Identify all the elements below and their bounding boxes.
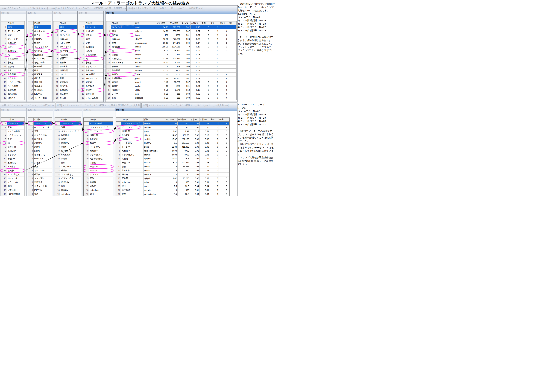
table-row[interactable]: 6米国UAV — [55, 141, 81, 145]
panel-titlebar[interactable]: 集約一覧 — [0, 11, 26, 14]
table-row[interactable]: 7情報公開 — [1, 145, 25, 149]
table-row[interactable]: 8戦 — [1, 53, 25, 57]
table-row[interactable]: 9NYSE304 — [55, 153, 81, 157]
table-row[interactable]: 12暴露 — [1, 69, 25, 72]
table-row[interactable]: 17冒涜curse2.562.50.040.0400 — [116, 184, 230, 188]
window-titlebar[interactable]: 検索 [３０２４マール・ア・ラーゴ＿サウジ石油テロ.sea] — [0, 103, 55, 108]
table-row[interactable]: 7国際犯 — [55, 145, 81, 149]
table-row[interactable]: 15香港革命 — [54, 80, 77, 84]
table-row[interactable]: 11解放 — [55, 161, 81, 165]
table-row[interactable]: 17有志連合 — [54, 88, 77, 92]
table-row[interactable]: 3ベラヤット・パーク — [55, 129, 81, 133]
table-row[interactable]: 2ベラヤット・パーク — [28, 126, 52, 129]
table-row[interactable]: 15イランと香港 — [55, 176, 81, 180]
table-row[interactable]: 9常温核融合 — [1, 57, 25, 61]
table-row[interactable]: 17崩壊 — [1, 184, 25, 188]
table-row[interactable]: 1核イオン化 — [79, 25, 103, 29]
table-row[interactable]: 10644フィート644 feet18.51925.50.020.02001 — [106, 61, 237, 65]
table-row[interactable]: 5核戦争snshkk15.67261.1660.030.0600 — [116, 137, 230, 141]
table-row[interactable]: 13イランUAV — [28, 169, 52, 173]
table-row[interactable]: 18民主基礎mnsybs1010000.010.0100 — [116, 188, 230, 192]
table-row[interactable]: 17イランと香港 — [28, 184, 52, 188]
table-row[interactable]: 16国際犯kksihn1010000.010.01000 — [106, 84, 237, 88]
table-row[interactable]: 8米国UAV — [1, 149, 25, 153]
table-row[interactable]: 2核イオン化 — [28, 29, 51, 33]
window-titlebar[interactable]: 検索[３０２４マール・ア・ラーゴ＿サウジ石油テロ＿サウジ淡水テロ＿自然災害.se… — [141, 103, 237, 108]
table-row[interactable]: 9644フィート — [28, 57, 51, 61]
table-row[interactable]: 8宗教紛争religion trouble37.0337030.010.0100 — [116, 149, 230, 153]
table-row[interactable]: 14財政破綻 — [1, 77, 25, 80]
table-row[interactable]: 11らせんの力 — [79, 65, 103, 69]
table-row[interactable]: 6戦 — [1, 141, 25, 145]
table-row[interactable]: 4イスラム転換 — [28, 133, 52, 137]
table-row[interactable]: 11核条約 — [1, 65, 25, 69]
table-row[interactable]: 5核条約 — [28, 41, 51, 45]
panel-titlebar[interactable]: 集約一覧 — [105, 11, 237, 14]
table-row[interactable]: 15核イオン化 — [1, 176, 25, 180]
table-row[interactable]: 2崩壊collapse14.28203.9990.070.07010 — [106, 29, 237, 33]
table-row[interactable]: 16香港餌 — [84, 180, 113, 184]
table-row[interactable]: 2デーモンコア — [1, 29, 25, 33]
table-row[interactable]: 4政治変化 — [55, 133, 81, 137]
table-row[interactable]: 18レイプrape3.331110.030.03000 — [106, 92, 237, 96]
table-row[interactable]: 3核テロkktero100100000.010.01010 — [106, 33, 237, 37]
table-row[interactable]: 2米国UAV — [79, 29, 103, 33]
table-row[interactable]: 4政治変化shjhnk14.07108.230.020.1300 — [116, 133, 230, 137]
table-row[interactable]: 12解放 — [28, 165, 52, 169]
table-row[interactable]: 16香港革命 — [28, 84, 51, 88]
table-row[interactable]: 13米国CM — [84, 169, 113, 173]
panel-titlebar[interactable]: 集約一覧 — [78, 11, 104, 14]
table-row[interactable]: 1崩壊 — [28, 25, 51, 29]
table-row[interactable]: 17冒涜 — [55, 184, 81, 188]
table-row[interactable]: 3情報公開jyhkki3.827.490.130.5100 — [116, 129, 230, 133]
table-row[interactable]: 16香港革命 — [28, 180, 52, 184]
table-row[interactable]: 3核テロ — [79, 33, 103, 37]
table-row[interactable]: 5米国UAV — [1, 41, 25, 45]
table-row[interactable]: 18retire Lam — [84, 188, 113, 192]
table-row[interactable]: 5解放emancipation20.18144.1420.040.14002 — [106, 41, 237, 45]
panel-titlebar[interactable]: 集約一覧 — [27, 108, 53, 111]
table-row[interactable]: 5敦賀 — [1, 137, 25, 141]
table-row[interactable]: 13demo団派 — [79, 72, 103, 77]
table-row[interactable]: 5らせんの力 — [54, 41, 77, 45]
table-row[interactable]: 15宗教悪sykyak1.4220.2850.070.0700 — [116, 176, 230, 180]
table-row[interactable]: 5解放 — [79, 41, 103, 45]
table-row[interactable]: 9メンツ落としotsmnt37.0337030.010.0100 — [116, 153, 230, 157]
table-row[interactable]: 2核テロ — [54, 29, 77, 33]
table-row[interactable]: 11解放嘘kihuus7.41480.050.05001 — [106, 65, 237, 69]
table-row[interactable]: 12解放 — [28, 69, 51, 72]
table-row[interactable]: 7トランプtrump12.34411.3330.030.0300 — [116, 145, 230, 149]
table-row[interactable]: 1ベラヤット・パークvelayat5025000.020.0201 — [116, 122, 230, 126]
table-row[interactable]: 12イランUAV — [55, 165, 81, 169]
table-row[interactable]: 19retire Lam — [55, 192, 81, 196]
table-row[interactable]: 15宗教 — [84, 176, 113, 180]
table-row[interactable]: 1デーモンコア — [28, 122, 52, 126]
table-row[interactable]: 9メンツ落とし — [84, 153, 113, 157]
panel-titlebar[interactable]: 集約一覧 — [54, 108, 82, 111]
table-row[interactable]: 13政治変化 — [28, 72, 51, 77]
table-row[interactable]: 10宗教悪 — [55, 157, 81, 161]
table-row[interactable]: 16retire Lamrtrlam1010000.010.0100 — [116, 180, 230, 184]
table-row[interactable]: 5政治変化 — [28, 137, 52, 141]
window-titlebar[interactable]: 検索[３０２４トランプ＿サウジ石油テロ＿サウジ淡水テロ＿自然災害.sea] — [126, 5, 237, 11]
table-row[interactable]: 12暴露の本 — [79, 69, 103, 72]
table-row[interactable]: 3イスラム転換 — [1, 129, 25, 133]
table-row[interactable]: 8宗教悪sykyak7.41480.050.05001 — [106, 53, 237, 57]
table-row[interactable]: 6核戦争 — [84, 141, 113, 145]
table-row[interactable]: 1核イオン化kkionk34.23213.9370.020.16011 — [106, 25, 237, 29]
table-row[interactable]: 12ISIS生み — [1, 165, 25, 169]
table-row[interactable]: 18情報公開 — [79, 92, 103, 96]
table-row[interactable]: 3核イオン化 — [54, 33, 77, 37]
table-row[interactable]: 7宗教犯 — [28, 145, 52, 149]
table-row[interactable]: 7戦battle5.2975.5710.070.07001 — [106, 49, 237, 53]
table-row[interactable]: 12米国UAV — [84, 165, 113, 169]
table-row[interactable]: 13世界変化hnkski52500.020.0200 — [116, 169, 230, 173]
table-row[interactable]: 9核イオン化 — [28, 153, 52, 157]
panel-titlebar[interactable]: 集約一覧 — [83, 108, 115, 111]
table-row[interactable]: 18宗教紛争 — [1, 188, 25, 192]
table-row[interactable]: 11米国UAVUSUAV6.17102.8330.060.0600 — [116, 161, 230, 165]
table-row[interactable]: 16らせんの力 — [1, 84, 25, 88]
table-row[interactable]: 18demo団派 — [1, 92, 25, 96]
table-row[interactable]: 17宗教悪 — [84, 184, 113, 188]
table-row[interactable]: 101国2制度無理 — [84, 157, 113, 161]
